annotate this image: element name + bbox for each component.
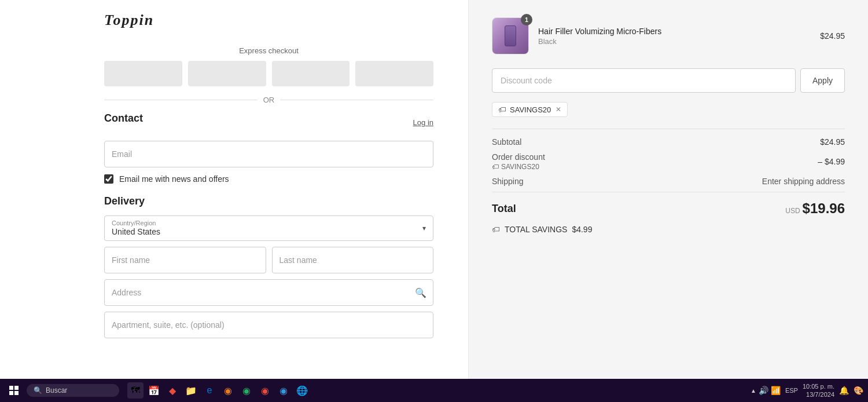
total-savings-value: $4.99 — [572, 225, 592, 234]
order-discount-row: Order discount 🏷 SAVINGS20 – $4.99 — [492, 152, 845, 171]
color-palette-icon[interactable]: 🎨 — [854, 386, 863, 395]
total-savings-label: TOTAL SAVINGS — [505, 225, 567, 234]
taskbar-app-9[interactable]: ◉ — [275, 382, 292, 399]
express-checkout-label: Express checkout — [104, 46, 433, 55]
express-btn-3[interactable] — [272, 61, 350, 86]
applied-discount-tag: 🏷 SAVINGS20 ✕ — [492, 102, 568, 117]
taskbar-sys-icons: ▲ 🔊 📶 — [751, 386, 781, 395]
delivery-section: Delivery Country/Region United States ▾ … — [104, 195, 433, 338]
subtotal-label: Subtotal — [492, 137, 521, 147]
system-tray-expand[interactable]: ▲ — [751, 388, 756, 394]
svg-rect-0 — [9, 386, 13, 390]
or-label: OR — [263, 96, 275, 104]
product-info: Hair Filler Volumizing Micro-Fibers Blac… — [538, 27, 811, 46]
product-image-inner — [505, 25, 516, 46]
right-panel: 1 Hair Filler Volumizing Micro-Fibers Bl… — [469, 0, 868, 379]
discount-code-input[interactable] — [492, 68, 796, 93]
total-amount: $19.96 — [803, 200, 845, 217]
taskbar-search-icon: 🔍 — [34, 386, 42, 394]
start-button[interactable] — [5, 381, 23, 400]
total-currency: USD — [785, 207, 800, 215]
log-in-link[interactable]: Log in — [413, 118, 433, 127]
taskbar-app-4[interactable]: 📁 — [183, 382, 199, 399]
discount-tag-icon-inline: 🏷 — [492, 163, 499, 171]
shipping-row: Shipping Enter shipping address — [492, 177, 845, 186]
news-offers-checkbox[interactable] — [104, 174, 113, 184]
product-name: Hair Filler Volumizing Micro-Fibers — [538, 27, 811, 36]
email-field[interactable] — [104, 141, 433, 167]
svg-rect-2 — [9, 391, 13, 395]
remove-discount-button[interactable]: ✕ — [556, 105, 561, 114]
apply-button[interactable]: Apply — [800, 68, 845, 93]
first-name-field[interactable] — [104, 247, 266, 273]
country-select-wrapper[interactable]: Country/Region United States ▾ — [104, 215, 433, 241]
search-icon: 🔍 — [415, 287, 426, 298]
contact-header: Contact Log in — [104, 112, 433, 133]
quantity-badge: 1 — [521, 14, 532, 25]
express-btn-2[interactable] — [188, 61, 266, 86]
delivery-section-title: Delivery — [104, 195, 433, 207]
product-row: 1 Hair Filler Volumizing Micro-Fibers Bl… — [492, 17, 845, 54]
left-panel: Toppin Express checkout OR Contact Log i… — [0, 0, 469, 379]
taskbar-app-5[interactable]: e — [201, 382, 218, 399]
apartment-field[interactable] — [104, 312, 433, 338]
applied-code-text: SAVINGS20 — [510, 105, 551, 114]
discount-tag-inline: 🏷 SAVINGS20 — [492, 163, 539, 171]
total-row: Total USD $19.96 — [492, 192, 845, 217]
taskbar-app-2[interactable]: 📅 — [146, 382, 162, 399]
last-name-field[interactable] — [272, 247, 434, 273]
express-btn-1[interactable] — [104, 61, 182, 86]
taskbar-app-1[interactable]: 🗺 — [127, 382, 144, 399]
express-checkout-section: Express checkout — [104, 46, 433, 86]
total-label: Total — [492, 203, 516, 215]
notification-icon[interactable]: 🔔 — [839, 386, 849, 395]
total-savings-row: 🏷 TOTAL SAVINGS $4.99 — [492, 225, 845, 234]
taskbar-app-7[interactable]: ◉ — [238, 382, 255, 399]
price-rows: Subtotal $24.95 Order discount 🏷 SAVINGS… — [492, 129, 845, 186]
language-indicator: ESP — [785, 387, 798, 394]
or-divider: OR — [104, 96, 433, 104]
taskbar-right: ▲ 🔊 📶 ESP 10:05 p. m. 13/7/2024 🔔 🎨 — [751, 382, 863, 399]
product-price: $24.95 — [820, 31, 845, 41]
enter-shipping-address-link[interactable]: Enter shipping address — [762, 177, 845, 186]
taskbar-app-10[interactable]: 🌐 — [294, 382, 310, 399]
taskbar-app-3[interactable]: ◆ — [164, 382, 181, 399]
address-field[interactable] — [104, 279, 433, 306]
name-row — [104, 247, 433, 273]
shipping-label: Shipping — [492, 177, 524, 186]
product-image-wrapper: 1 — [492, 17, 529, 54]
taskbar-clock[interactable]: 10:05 p. m. 13/7/2024 — [803, 382, 834, 399]
discount-code-row: Apply — [492, 68, 845, 93]
svg-rect-3 — [14, 391, 19, 395]
network-icon[interactable]: 📶 — [771, 386, 781, 395]
windows-icon — [9, 386, 19, 395]
speaker-icon[interactable]: 🔊 — [759, 386, 768, 395]
taskbar: 🔍 Buscar 🗺 📅 ◆ 📁 e ◉ ◉ ◉ ◉ 🌐 — [0, 379, 868, 402]
taskbar-date-value: 13/7/2024 — [803, 390, 834, 399]
taskbar-pinned-apps: 🗺 📅 ◆ 📁 e ◉ ◉ ◉ ◉ 🌐 — [127, 382, 310, 399]
total-value: USD $19.96 — [785, 200, 845, 217]
email-checkbox-row: Email me with news and offers — [104, 174, 433, 184]
express-checkout-buttons — [104, 61, 433, 86]
svg-rect-1 — [14, 386, 19, 390]
taskbar-app-6[interactable]: ◉ — [220, 382, 236, 399]
logo: Toppin — [104, 12, 433, 29]
product-variant: Black — [538, 37, 811, 46]
taskbar-app-8[interactable]: ◉ — [257, 382, 273, 399]
express-btn-4[interactable] — [355, 61, 433, 86]
contact-section-title: Contact — [104, 112, 143, 125]
discount-amount: – $4.99 — [818, 157, 845, 166]
logo-text: Toppin — [104, 12, 154, 29]
taskbar-search-box[interactable]: 🔍 Buscar — [27, 384, 119, 397]
tag-icon: 🏷 — [498, 105, 506, 114]
savings-tag-icon: 🏷 — [492, 225, 500, 234]
taskbar-time-value: 10:05 p. m. — [803, 382, 834, 390]
news-offers-label: Email me with news and offers — [119, 174, 229, 184]
taskbar-search-text: Buscar — [46, 386, 67, 394]
country-value: United States — [112, 227, 160, 236]
discount-code-tag: SAVINGS20 — [501, 163, 539, 171]
subtotal-value: $24.95 — [820, 137, 845, 147]
address-wrapper: 🔍 — [104, 279, 433, 306]
subtotal-row: Subtotal $24.95 — [492, 137, 845, 147]
order-discount-left: Order discount 🏷 SAVINGS20 — [492, 152, 545, 171]
